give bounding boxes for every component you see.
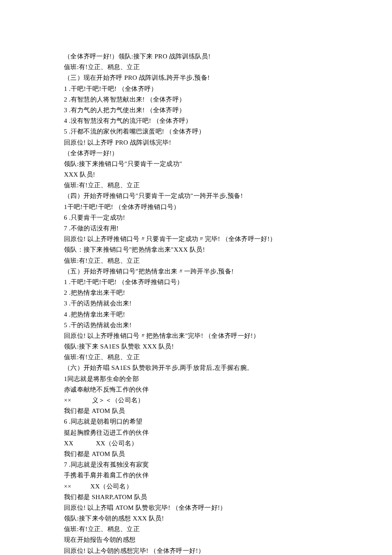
text-line: 回原位! 以上齐呼推销口号〃只要肯干一定成功〃完毕! （全体齐呼一好!） bbox=[64, 234, 337, 244]
document-body: （全体齐呼一好!）领队:接下来 PRO 战阵训练队员!值班:有!立正、稍息、立正… bbox=[64, 51, 337, 555]
text-line: 3 .有力气的人把力气使出来! （全体齐呼） bbox=[64, 105, 337, 116]
text-line: 领队:接下来 SA1ES 队赞歌 XXX 队员! bbox=[64, 341, 337, 352]
text-line: 值班:有!立正、稍息、立正 bbox=[64, 524, 337, 535]
text-line: （六）开始齐唱 SA1ES 队赞歌跨开半步,两手放背后,左手握右腕。 bbox=[64, 363, 337, 373]
text-line: 2 .有智慧的人将智慧献出来! （全体齐呼） bbox=[64, 94, 337, 105]
text-line: 回原位! 以上齐呼推销口号〃把热情拿出来"完毕! （全体齐呼一好!） bbox=[64, 331, 337, 341]
text-line: XX XX（公司名） bbox=[64, 438, 337, 449]
text-line: 值班:有!立正、稍息、立正 bbox=[64, 62, 337, 73]
text-line: 回原位! 以上齐唱 ATOM 队赞歌完毕! （全体齐呼一好!） bbox=[64, 503, 337, 513]
text-line: 我们都是 SHARP,ATOM 队员 bbox=[64, 492, 337, 503]
text-line: 领队:接下来推销口号"只要肯干一定成功" bbox=[64, 159, 337, 169]
text-line: 7 .同志就是没有孤独没有寂寞 bbox=[64, 459, 337, 470]
text-line: 4 .没有智慧没有力气的流汗吧! （全体齐呼） bbox=[64, 116, 337, 126]
text-line: 4 .把热情拿出来干吧! bbox=[64, 309, 337, 320]
text-line: 1同志就是将那生命的全部 bbox=[64, 374, 337, 384]
text-line: 我们都是 ATOM 队员 bbox=[64, 449, 337, 459]
text-line: 值班:有!立正、稍息、立正 bbox=[64, 180, 337, 191]
document-page: （全体齐呼一好!）领队:接下来 PRO 战阵训练队员!值班:有!立正、稍息、立正… bbox=[0, 0, 392, 555]
text-line: XXX 队员! bbox=[64, 169, 337, 180]
text-line: 1 .干吧!干吧!干吧! （全体齐呼推销口号） bbox=[64, 277, 337, 288]
text-line: 现在开始报告今朝的感想 bbox=[64, 535, 337, 545]
text-line: （五）开始齐呼推销口号"把热情拿出来〃一跨开半步,预备! bbox=[64, 266, 337, 277]
text-line: 我们都是 ATOM 队员 bbox=[64, 406, 337, 416]
text-line: 值班:有!立正、稍息、立正 bbox=[64, 256, 337, 266]
text-line: 领队:接下来今朝的感想 XXX 队员! bbox=[64, 513, 337, 524]
text-line: 赤诚奉献绝不反悔工作的伙伴 bbox=[64, 384, 337, 395]
text-line: 值班:有!立正、稍息、立正 bbox=[64, 352, 337, 363]
text-line: 6 .只要肯干一定成功! bbox=[64, 212, 337, 223]
text-line: 1干吧!干吧!干吧! （全体齐呼推销口号） bbox=[64, 202, 337, 212]
text-line: （三）现在开始齐呼 PRO 战阵训练,跨开半步,预备! bbox=[64, 73, 337, 83]
text-line: 5 .汗都不流的家伙闭着嘴巴滚蛋吧! （全体齐呼） bbox=[64, 126, 337, 137]
text-line: 手携着手肩并着肩工作的伙伴 bbox=[64, 470, 337, 481]
text-line: 回原位! 以上今朝的感想完毕! （全体齐呼一好!） bbox=[64, 546, 337, 555]
text-line: 3 .干的话热情就会出来! bbox=[64, 298, 337, 309]
text-line: 6 .同志就是朝着明口的希望 bbox=[64, 416, 337, 427]
text-line: 回原位! 以上齐呼 PRO 战阵训练完毕! bbox=[64, 137, 337, 148]
text-line: 领队：接下来推销口号"把热情拿出来"XXX 队员! bbox=[64, 244, 337, 255]
text-line: ×× XX（公司名） bbox=[64, 481, 337, 492]
text-line: （四）开始齐呼推销口号"只要肯干一定成功"一跨开半步,预备! bbox=[64, 191, 337, 201]
text-line: 1 .干吧!干吧!干吧! （全体齐呼） bbox=[64, 84, 337, 94]
text-line: ×× 义＞＜（公司名） bbox=[64, 395, 337, 406]
text-line: 2 .把热情拿出来干吧! bbox=[64, 288, 337, 298]
text-line: 挺起胸膛勇往迈进工作的伙伴 bbox=[64, 427, 337, 438]
text-line: 7 .不做的话没有用! bbox=[64, 223, 337, 234]
text-line: 5 .干的话热情就会出来! bbox=[64, 320, 337, 331]
text-line: （全体齐呼一好!）领队:接下来 PRO 战阵训练队员! bbox=[64, 51, 337, 62]
text-line: （全体齐呼一好!） bbox=[64, 148, 337, 159]
